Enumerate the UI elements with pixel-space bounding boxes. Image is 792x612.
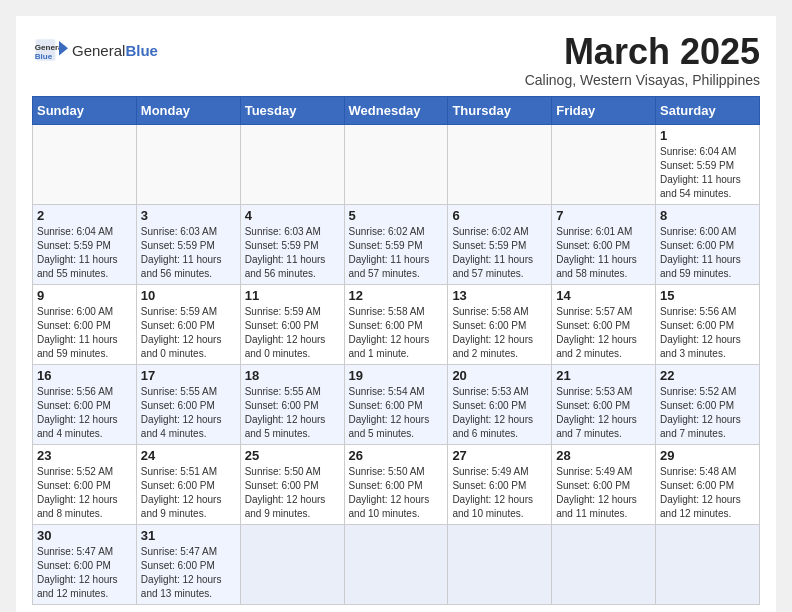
generalblue-logo-icon: General Blue [32,32,68,68]
day-info: Sunrise: 6:00 AM Sunset: 6:00 PM Dayligh… [660,225,755,281]
table-row: 23Sunrise: 5:52 AM Sunset: 6:00 PM Dayli… [33,444,137,524]
table-row: 18Sunrise: 5:55 AM Sunset: 6:00 PM Dayli… [240,364,344,444]
table-row: 5Sunrise: 6:02 AM Sunset: 5:59 PM Daylig… [344,204,448,284]
calendar-row: 30Sunrise: 5:47 AM Sunset: 6:00 PM Dayli… [33,524,760,604]
day-info: Sunrise: 5:51 AM Sunset: 6:00 PM Dayligh… [141,465,236,521]
day-info: Sunrise: 5:58 AM Sunset: 6:00 PM Dayligh… [349,305,444,361]
day-info: Sunrise: 5:59 AM Sunset: 6:00 PM Dayligh… [245,305,340,361]
day-info: Sunrise: 5:58 AM Sunset: 6:00 PM Dayligh… [452,305,547,361]
logo-wordmark: GeneralBlue [72,42,158,59]
table-row: 3Sunrise: 6:03 AM Sunset: 5:59 PM Daylig… [136,204,240,284]
table-row [552,124,656,204]
svg-text:Blue: Blue [35,52,53,61]
table-row: 27Sunrise: 5:49 AM Sunset: 6:00 PM Dayli… [448,444,552,524]
table-row: 6Sunrise: 6:02 AM Sunset: 5:59 PM Daylig… [448,204,552,284]
day-number: 30 [37,528,132,543]
day-info: Sunrise: 6:02 AM Sunset: 5:59 PM Dayligh… [452,225,547,281]
table-row: 14Sunrise: 5:57 AM Sunset: 6:00 PM Dayli… [552,284,656,364]
month-title: March 2025 [525,32,760,72]
table-row: 11Sunrise: 5:59 AM Sunset: 6:00 PM Dayli… [240,284,344,364]
day-info: Sunrise: 5:56 AM Sunset: 6:00 PM Dayligh… [37,385,132,441]
day-info: Sunrise: 5:49 AM Sunset: 6:00 PM Dayligh… [556,465,651,521]
logo: General Blue GeneralBlue [32,32,158,68]
day-number: 20 [452,368,547,383]
weekday-header-row: Sunday Monday Tuesday Wednesday Thursday… [33,96,760,124]
day-info: Sunrise: 5:50 AM Sunset: 6:00 PM Dayligh… [349,465,444,521]
table-row: 28Sunrise: 5:49 AM Sunset: 6:00 PM Dayli… [552,444,656,524]
day-info: Sunrise: 5:50 AM Sunset: 6:00 PM Dayligh… [245,465,340,521]
day-info: Sunrise: 5:47 AM Sunset: 6:00 PM Dayligh… [37,545,132,601]
table-row [448,124,552,204]
calendar-row: 9Sunrise: 6:00 AM Sunset: 6:00 PM Daylig… [33,284,760,364]
table-row [344,124,448,204]
day-info: Sunrise: 5:48 AM Sunset: 6:00 PM Dayligh… [660,465,755,521]
day-info: Sunrise: 6:04 AM Sunset: 5:59 PM Dayligh… [660,145,755,201]
day-number: 4 [245,208,340,223]
calendar-page: General Blue GeneralBlue March 2025 Cali… [16,16,776,612]
day-number: 26 [349,448,444,463]
day-info: Sunrise: 5:54 AM Sunset: 6:00 PM Dayligh… [349,385,444,441]
day-number: 19 [349,368,444,383]
table-row: 10Sunrise: 5:59 AM Sunset: 6:00 PM Dayli… [136,284,240,364]
table-row [136,124,240,204]
header-thursday: Thursday [448,96,552,124]
day-info: Sunrise: 5:57 AM Sunset: 6:00 PM Dayligh… [556,305,651,361]
day-info: Sunrise: 5:47 AM Sunset: 6:00 PM Dayligh… [141,545,236,601]
table-row: 12Sunrise: 5:58 AM Sunset: 6:00 PM Dayli… [344,284,448,364]
table-row [240,124,344,204]
day-info: Sunrise: 6:01 AM Sunset: 6:00 PM Dayligh… [556,225,651,281]
header-monday: Monday [136,96,240,124]
day-number: 27 [452,448,547,463]
day-info: Sunrise: 5:49 AM Sunset: 6:00 PM Dayligh… [452,465,547,521]
day-number: 12 [349,288,444,303]
table-row [33,124,137,204]
table-row: 17Sunrise: 5:55 AM Sunset: 6:00 PM Dayli… [136,364,240,444]
day-info: Sunrise: 5:52 AM Sunset: 6:00 PM Dayligh… [660,385,755,441]
header-wednesday: Wednesday [344,96,448,124]
day-number: 21 [556,368,651,383]
calendar-row: 16Sunrise: 5:56 AM Sunset: 6:00 PM Dayli… [33,364,760,444]
day-number: 15 [660,288,755,303]
day-number: 29 [660,448,755,463]
day-number: 13 [452,288,547,303]
day-number: 8 [660,208,755,223]
day-number: 24 [141,448,236,463]
table-row: 22Sunrise: 5:52 AM Sunset: 6:00 PM Dayli… [656,364,760,444]
day-number: 23 [37,448,132,463]
day-info: Sunrise: 6:04 AM Sunset: 5:59 PM Dayligh… [37,225,132,281]
day-number: 10 [141,288,236,303]
day-info: Sunrise: 6:00 AM Sunset: 6:00 PM Dayligh… [37,305,132,361]
day-info: Sunrise: 5:55 AM Sunset: 6:00 PM Dayligh… [245,385,340,441]
calendar-table: Sunday Monday Tuesday Wednesday Thursday… [32,96,760,605]
table-row: 16Sunrise: 5:56 AM Sunset: 6:00 PM Dayli… [33,364,137,444]
day-info: Sunrise: 6:03 AM Sunset: 5:59 PM Dayligh… [141,225,236,281]
day-number: 16 [37,368,132,383]
day-number: 2 [37,208,132,223]
table-row [344,524,448,604]
day-number: 6 [452,208,547,223]
table-row: 29Sunrise: 5:48 AM Sunset: 6:00 PM Dayli… [656,444,760,524]
header-sunday: Sunday [33,96,137,124]
calendar-row: 23Sunrise: 5:52 AM Sunset: 6:00 PM Dayli… [33,444,760,524]
day-number: 25 [245,448,340,463]
table-row [240,524,344,604]
day-info: Sunrise: 6:02 AM Sunset: 5:59 PM Dayligh… [349,225,444,281]
table-row [656,524,760,604]
table-row: 19Sunrise: 5:54 AM Sunset: 6:00 PM Dayli… [344,364,448,444]
table-row: 24Sunrise: 5:51 AM Sunset: 6:00 PM Dayli… [136,444,240,524]
day-number: 7 [556,208,651,223]
day-number: 1 [660,128,755,143]
table-row [552,524,656,604]
table-row [448,524,552,604]
table-row: 26Sunrise: 5:50 AM Sunset: 6:00 PM Dayli… [344,444,448,524]
table-row: 25Sunrise: 5:50 AM Sunset: 6:00 PM Dayli… [240,444,344,524]
table-row: 1Sunrise: 6:04 AM Sunset: 5:59 PM Daylig… [656,124,760,204]
table-row: 31Sunrise: 5:47 AM Sunset: 6:00 PM Dayli… [136,524,240,604]
day-number: 28 [556,448,651,463]
day-number: 22 [660,368,755,383]
day-number: 14 [556,288,651,303]
header-friday: Friday [552,96,656,124]
table-row: 21Sunrise: 5:53 AM Sunset: 6:00 PM Dayli… [552,364,656,444]
day-number: 18 [245,368,340,383]
day-info: Sunrise: 5:53 AM Sunset: 6:00 PM Dayligh… [556,385,651,441]
